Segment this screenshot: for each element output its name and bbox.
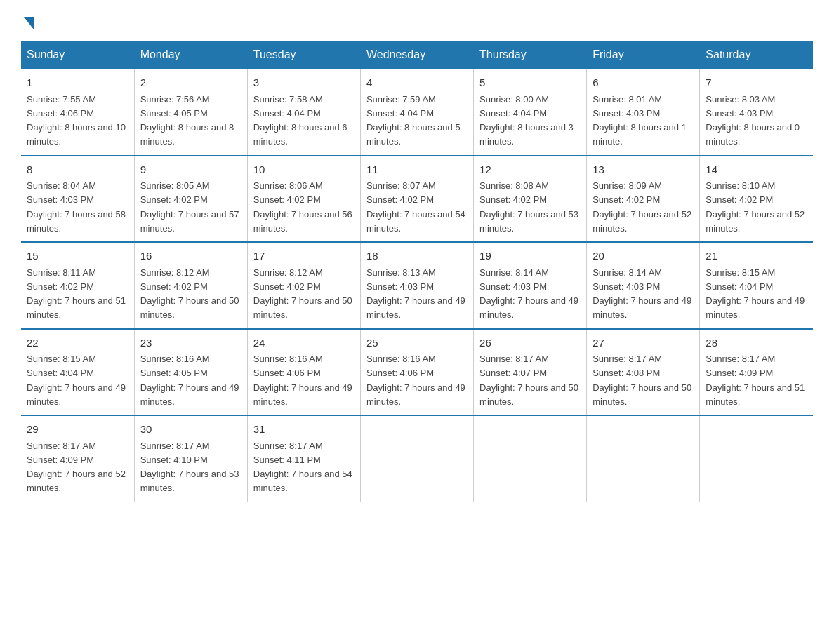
day-number: 26 (479, 335, 581, 351)
calendar-cell: 8Sunrise: 8:04 AMSunset: 4:03 PMDaylight… (21, 156, 134, 243)
calendar-table: SundayMondayTuesdayWednesdayThursdayFrid… (21, 41, 813, 502)
day-info: Sunrise: 8:00 AMSunset: 4:04 PMDaylight:… (479, 94, 574, 147)
weekday-header-wednesday: Wednesday (360, 41, 473, 69)
day-info: Sunrise: 7:58 AMSunset: 4:04 PMDaylight:… (253, 94, 348, 147)
calendar-cell (360, 415, 473, 502)
day-info: Sunrise: 8:12 AMSunset: 4:02 PMDaylight:… (140, 267, 239, 321)
day-number: 20 (593, 248, 694, 264)
calendar-cell: 18Sunrise: 8:13 AMSunset: 4:03 PMDayligh… (360, 242, 473, 329)
weekday-header-row: SundayMondayTuesdayWednesdayThursdayFrid… (21, 41, 813, 69)
day-info: Sunrise: 7:56 AMSunset: 4:05 PMDaylight:… (140, 94, 234, 147)
day-number: 5 (479, 75, 581, 91)
calendar-cell: 14Sunrise: 8:10 AMSunset: 4:02 PMDayligh… (700, 156, 813, 243)
day-number: 18 (366, 248, 468, 264)
day-number: 13 (593, 162, 694, 178)
day-number: 17 (253, 248, 355, 264)
day-number: 19 (479, 248, 581, 264)
calendar-cell: 20Sunrise: 8:14 AMSunset: 4:03 PMDayligh… (587, 242, 700, 329)
day-number: 29 (27, 422, 128, 438)
day-info: Sunrise: 8:08 AMSunset: 4:02 PMDaylight:… (479, 180, 578, 234)
calendar-cell: 17Sunrise: 8:12 AMSunset: 4:02 PMDayligh… (247, 242, 360, 329)
day-info: Sunrise: 8:03 AMSunset: 4:03 PMDaylight:… (706, 94, 800, 147)
day-number: 9 (140, 162, 241, 178)
day-number: 31 (253, 422, 355, 438)
day-info: Sunrise: 8:14 AMSunset: 4:03 PMDaylight:… (593, 267, 691, 321)
day-number: 6 (593, 75, 694, 91)
day-info: Sunrise: 8:07 AMSunset: 4:02 PMDaylight:… (366, 180, 465, 234)
day-info: Sunrise: 8:13 AMSunset: 4:03 PMDaylight:… (366, 267, 465, 321)
weekday-header-saturday: Saturday (700, 41, 813, 69)
calendar-cell: 16Sunrise: 8:12 AMSunset: 4:02 PMDayligh… (134, 242, 247, 329)
day-number: 23 (140, 335, 241, 351)
day-info: Sunrise: 8:01 AMSunset: 4:03 PMDaylight:… (593, 94, 687, 147)
day-info: Sunrise: 8:17 AMSunset: 4:09 PMDaylight:… (27, 441, 126, 494)
day-info: Sunrise: 8:05 AMSunset: 4:02 PMDaylight:… (140, 180, 239, 234)
day-info: Sunrise: 8:16 AMSunset: 4:06 PMDaylight:… (366, 354, 465, 407)
day-info: Sunrise: 8:15 AMSunset: 4:04 PMDaylight:… (27, 354, 126, 407)
day-info: Sunrise: 8:15 AMSunset: 4:04 PMDaylight:… (706, 267, 805, 321)
calendar-cell: 31Sunrise: 8:17 AMSunset: 4:11 PMDayligh… (247, 415, 360, 502)
day-number: 16 (140, 248, 241, 264)
calendar-cell: 5Sunrise: 8:00 AMSunset: 4:04 PMDaylight… (474, 69, 587, 156)
calendar-cell (587, 415, 700, 502)
logo (21, 14, 34, 27)
week-row-2: 8Sunrise: 8:04 AMSunset: 4:03 PMDaylight… (21, 156, 813, 243)
calendar-cell: 15Sunrise: 8:11 AMSunset: 4:02 PMDayligh… (21, 242, 134, 329)
day-info: Sunrise: 8:10 AMSunset: 4:02 PMDaylight:… (706, 180, 805, 234)
day-number: 27 (593, 335, 694, 351)
day-number: 11 (366, 162, 468, 178)
calendar-cell: 27Sunrise: 8:17 AMSunset: 4:08 PMDayligh… (587, 329, 700, 416)
calendar-cell: 22Sunrise: 8:15 AMSunset: 4:04 PMDayligh… (21, 329, 134, 416)
day-info: Sunrise: 8:04 AMSunset: 4:03 PMDaylight:… (27, 180, 126, 234)
logo-arrow-icon (24, 17, 34, 29)
calendar-cell: 12Sunrise: 8:08 AMSunset: 4:02 PMDayligh… (474, 156, 587, 243)
calendar-cell: 24Sunrise: 8:16 AMSunset: 4:06 PMDayligh… (247, 329, 360, 416)
day-info: Sunrise: 8:17 AMSunset: 4:08 PMDaylight:… (593, 354, 691, 407)
calendar-cell: 6Sunrise: 8:01 AMSunset: 4:03 PMDaylight… (587, 69, 700, 156)
weekday-header-friday: Friday (587, 41, 700, 69)
day-info: Sunrise: 8:11 AMSunset: 4:02 PMDaylight:… (27, 267, 126, 321)
day-number: 4 (366, 75, 468, 91)
calendar-cell: 30Sunrise: 8:17 AMSunset: 4:10 PMDayligh… (134, 415, 247, 502)
calendar-cell: 10Sunrise: 8:06 AMSunset: 4:02 PMDayligh… (247, 156, 360, 243)
day-info: Sunrise: 7:55 AMSunset: 4:06 PMDaylight:… (27, 94, 126, 147)
calendar-cell: 11Sunrise: 8:07 AMSunset: 4:02 PMDayligh… (360, 156, 473, 243)
day-number: 21 (706, 248, 807, 264)
week-row-5: 29Sunrise: 8:17 AMSunset: 4:09 PMDayligh… (21, 415, 813, 502)
calendar-cell: 3Sunrise: 7:58 AMSunset: 4:04 PMDaylight… (247, 69, 360, 156)
calendar-cell: 25Sunrise: 8:16 AMSunset: 4:06 PMDayligh… (360, 329, 473, 416)
weekday-header-sunday: Sunday (21, 41, 134, 69)
calendar-cell: 1Sunrise: 7:55 AMSunset: 4:06 PMDaylight… (21, 69, 134, 156)
day-info: Sunrise: 8:09 AMSunset: 4:02 PMDaylight:… (593, 180, 691, 234)
day-number: 3 (253, 75, 355, 91)
day-info: Sunrise: 8:16 AMSunset: 4:05 PMDaylight:… (140, 354, 239, 407)
day-info: Sunrise: 8:12 AMSunset: 4:02 PMDaylight:… (253, 267, 352, 321)
calendar-cell: 13Sunrise: 8:09 AMSunset: 4:02 PMDayligh… (587, 156, 700, 243)
day-number: 7 (706, 75, 807, 91)
calendar-cell: 9Sunrise: 8:05 AMSunset: 4:02 PMDaylight… (134, 156, 247, 243)
day-number: 30 (140, 422, 241, 438)
day-info: Sunrise: 8:06 AMSunset: 4:02 PMDaylight:… (253, 180, 352, 234)
day-info: Sunrise: 7:59 AMSunset: 4:04 PMDaylight:… (366, 94, 461, 147)
calendar-cell: 4Sunrise: 7:59 AMSunset: 4:04 PMDaylight… (360, 69, 473, 156)
day-info: Sunrise: 8:17 AMSunset: 4:11 PMDaylight:… (253, 441, 352, 494)
day-info: Sunrise: 8:16 AMSunset: 4:06 PMDaylight:… (253, 354, 352, 407)
calendar-cell: 28Sunrise: 8:17 AMSunset: 4:09 PMDayligh… (700, 329, 813, 416)
day-number: 24 (253, 335, 355, 351)
day-number: 22 (27, 335, 128, 351)
day-number: 10 (253, 162, 355, 178)
weekday-header-thursday: Thursday (474, 41, 587, 69)
weekday-header-tuesday: Tuesday (247, 41, 360, 69)
calendar-cell: 7Sunrise: 8:03 AMSunset: 4:03 PMDaylight… (700, 69, 813, 156)
calendar-cell: 2Sunrise: 7:56 AMSunset: 4:05 PMDaylight… (134, 69, 247, 156)
weekday-header-monday: Monday (134, 41, 247, 69)
week-row-4: 22Sunrise: 8:15 AMSunset: 4:04 PMDayligh… (21, 329, 813, 416)
day-number: 8 (27, 162, 128, 178)
day-info: Sunrise: 8:14 AMSunset: 4:03 PMDaylight:… (479, 267, 578, 321)
day-info: Sunrise: 8:17 AMSunset: 4:10 PMDaylight:… (140, 441, 239, 494)
calendar-cell: 21Sunrise: 8:15 AMSunset: 4:04 PMDayligh… (700, 242, 813, 329)
day-info: Sunrise: 8:17 AMSunset: 4:07 PMDaylight:… (479, 354, 578, 407)
week-row-1: 1Sunrise: 7:55 AMSunset: 4:06 PMDaylight… (21, 69, 813, 156)
day-number: 25 (366, 335, 468, 351)
day-number: 12 (479, 162, 581, 178)
